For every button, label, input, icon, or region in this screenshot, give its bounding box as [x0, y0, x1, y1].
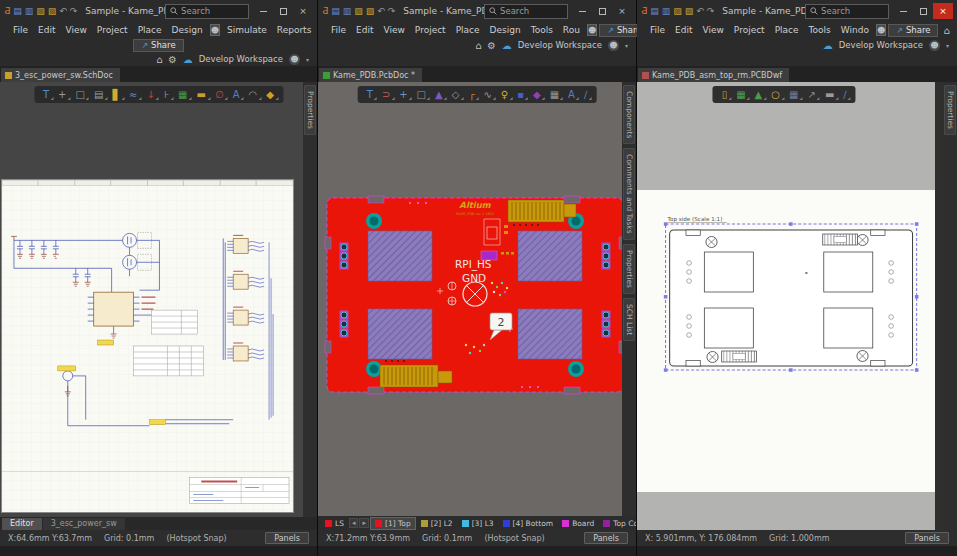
tab-properties[interactable]: Properties	[944, 85, 956, 135]
via-tool-icon[interactable]: ♀	[501, 89, 508, 100]
menu-edit[interactable]: Edit	[670, 25, 697, 35]
dimension-tool-icon[interactable]: ↗	[808, 89, 816, 100]
home-icon[interactable]: ⌂	[938, 25, 954, 36]
redo-icon[interactable]: ↷	[388, 6, 396, 16]
menu-edit[interactable]: Edit	[351, 25, 378, 35]
place-component-icon[interactable]: +	[399, 89, 407, 100]
menu-design[interactable]: Design	[167, 25, 208, 35]
assembly-view-icon[interactable]: ▦	[736, 89, 745, 100]
account-avatar[interactable]: ☻	[608, 40, 619, 51]
menu-view[interactable]: View	[61, 25, 92, 35]
menu-place[interactable]: Place	[451, 25, 485, 35]
place-part-icon[interactable]: +	[58, 89, 66, 100]
minimize-button[interactable]	[572, 3, 592, 19]
string-tool-icon[interactable]: A	[568, 89, 575, 100]
polygon-tool-icon[interactable]: ◇	[452, 89, 460, 100]
layer-scroll-left[interactable]: ◂	[349, 518, 359, 528]
copy-icon[interactable]: ▥	[662, 6, 671, 16]
parameter-tool-icon[interactable]: ◆	[266, 89, 274, 100]
undo-icon[interactable]: ↶	[377, 6, 385, 16]
wire-tool-icon[interactable]: ≈	[129, 89, 137, 100]
workspace-label[interactable]: Develop Workspace	[199, 54, 283, 64]
tab-sch-list[interactable]: SCH List	[623, 298, 635, 341]
maximize-button[interactable]	[273, 3, 293, 19]
user-avatar-icon[interactable]: ☻	[210, 24, 220, 36]
draftsman-canvas[interactable]: ▯ ▦ ▲ ○ ▦ ↗ ▬ ∕ Properties	[637, 82, 957, 530]
menu-simulate[interactable]: Simulate	[222, 25, 272, 35]
tab-editor[interactable]: Editor	[2, 518, 42, 530]
menu-project[interactable]: Project	[410, 25, 451, 35]
undo-icon[interactable]: ↶	[696, 6, 704, 16]
net-label-icon[interactable]: ⊦	[164, 89, 169, 100]
open-project-icon[interactable]: ▧	[685, 6, 694, 16]
layer-tab-board[interactable]: Board	[558, 518, 598, 529]
section-view-icon[interactable]: ▲	[755, 89, 763, 100]
pcb-editor-canvas[interactable]: T ⊃ + □ ▲ ◇ ┌ ∿ ♀ ▪ ◆ ▦ A ∕ Components C…	[318, 82, 636, 516]
sheet-tool-icon[interactable]: ▤	[94, 89, 103, 100]
gear-icon[interactable]: ⚙	[487, 40, 496, 51]
titlebar[interactable]: Ƌ▤▥▨▧↶↷ Sample - Kame_PDB.PrjPcb - Altiu…	[637, 0, 957, 22]
port-tool-icon[interactable]: ▬	[197, 89, 206, 100]
schematic-sheet[interactable]	[2, 180, 293, 512]
open-project-icon[interactable]: ▧	[366, 6, 375, 16]
layer-set-selector[interactable]: LS	[321, 518, 348, 529]
annotation-tool-icon[interactable]: A	[233, 89, 240, 100]
pcb-board[interactable]: Altium KAME_PDB rev 2 1403 RPI_HS GND	[324, 195, 626, 395]
open-folder-icon[interactable]: ▨	[673, 6, 682, 16]
user-avatar-icon[interactable]: ☻	[587, 24, 597, 36]
schematic-editor-canvas[interactable]: T + □ ▤ ▋ ≈ ↓ ⊦ ▦ ▬ ∅ A ◠ ◆ Properties	[0, 82, 317, 517]
search-input[interactable]: Search	[484, 4, 568, 19]
rectangle-tool-icon[interactable]: □	[75, 89, 84, 100]
tab-pcbdwf[interactable]: Kame_PDB_asm_top_rm.PCBDwf	[638, 68, 789, 82]
save-icon[interactable]: ▤	[650, 6, 659, 16]
user-avatar-icon[interactable]: ☻	[876, 24, 886, 36]
maximize-button[interactable]	[592, 3, 612, 19]
grid-tool-icon[interactable]: ▦	[550, 89, 559, 100]
component-tool-icon[interactable]: ▋	[112, 89, 120, 100]
interactive-route-icon[interactable]: ⊃	[382, 89, 390, 100]
detail-view-icon[interactable]: ○	[771, 89, 780, 100]
chevron-down-icon[interactable]: ▾	[625, 42, 628, 49]
fill-tool-icon[interactable]: ▪	[517, 89, 524, 100]
power-port-icon[interactable]: ↓	[146, 89, 154, 100]
save-icon[interactable]: ▤	[13, 6, 22, 16]
open-folder-icon[interactable]: ▨	[354, 6, 363, 16]
layer-scroll-right[interactable]: ▸	[359, 518, 369, 528]
text-tool-icon[interactable]: T	[43, 89, 49, 100]
tab-schdoc[interactable]: 3_esc_power_sw.SchDoc	[1, 68, 120, 82]
differential-pair-icon[interactable]: ∿	[483, 89, 491, 100]
redo-icon[interactable]: ↷	[707, 6, 715, 16]
open-folder-icon[interactable]: ▨	[36, 6, 45, 16]
menu-view[interactable]: View	[379, 25, 410, 35]
copy-icon[interactable]: ▥	[343, 6, 352, 16]
menu-route[interactable]: Rou	[558, 25, 585, 35]
account-avatar[interactable]: ☻	[929, 40, 940, 51]
share-button[interactable]: ↗Share	[888, 24, 938, 37]
tab-comments-tasks[interactable]: Comments and Tasks	[623, 148, 635, 240]
menu-place[interactable]: Place	[133, 25, 167, 35]
sheet-symbol-icon[interactable]: ▦	[178, 89, 187, 100]
keepout-tool-icon[interactable]: ◆	[533, 89, 541, 100]
menu-design[interactable]: Design	[485, 25, 526, 35]
search-input[interactable]: Search	[165, 4, 249, 19]
copy-icon[interactable]: ▥	[25, 6, 34, 16]
workspace-label[interactable]: Develop Workspace	[839, 40, 923, 50]
layer-tab-bottom[interactable]: [4] Bottom	[499, 518, 558, 529]
account-avatar[interactable]: ☻	[289, 54, 300, 65]
menu-window[interactable]: Windo	[836, 25, 874, 35]
menu-view[interactable]: View	[698, 25, 729, 35]
close-button[interactable]: ×	[293, 3, 313, 19]
titlebar[interactable]: Ƌ▤▥▨▧↶↷ Sample - Kame_PDB.PrjPcb - Altiu…	[318, 0, 636, 22]
close-button[interactable]: ×	[612, 3, 632, 19]
tab-properties[interactable]: Properties	[623, 244, 635, 294]
note-tool-icon[interactable]: ▬	[825, 89, 834, 100]
layer-tab-top[interactable]: [1] Top	[370, 517, 416, 530]
tab-properties[interactable]: Properties	[304, 85, 316, 135]
text-tool-icon[interactable]: T	[367, 89, 373, 100]
minimize-button[interactable]	[253, 3, 273, 19]
redo-icon[interactable]: ↷	[70, 6, 78, 16]
search-input[interactable]: Search	[805, 4, 889, 19]
drawing-sheet-band[interactable]: Top side (Scale 1:1)	[637, 190, 935, 492]
menu-edit[interactable]: Edit	[33, 25, 60, 35]
pad-tool-icon[interactable]: ▲	[435, 89, 443, 100]
